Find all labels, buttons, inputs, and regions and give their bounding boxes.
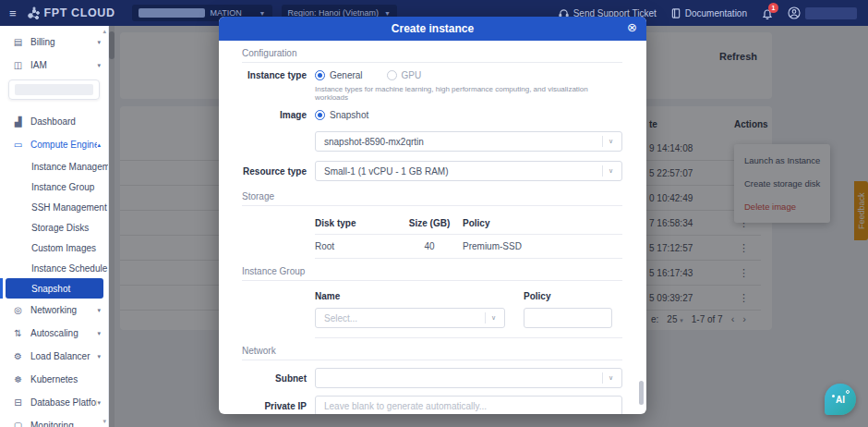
ai-assistant-button[interactable]: AI — [825, 384, 856, 415]
sidebar-item-ssh-management[interactable]: SSH Management — [0, 197, 108, 217]
kubernetes-icon: ☸ — [11, 374, 25, 384]
storage-table-header: Disk type Size (GB) Policy — [315, 214, 622, 235]
monitoring-icon: ▢ — [11, 421, 25, 427]
sidebar-scroll-up-icon[interactable]: ▴ — [102, 28, 106, 35]
sidebar-item-networking[interactable]: ◎ Networking ▾ — [0, 299, 108, 322]
redacted-user-name — [805, 7, 857, 19]
resource-type-select[interactable]: Small-1 (1 vCPU - 1 GB RAM) ∨ — [315, 161, 622, 181]
sparkle-icon — [846, 390, 850, 394]
chevron-down-icon: ▾ — [97, 39, 101, 46]
instance-type-row: Instance type General GPU — [242, 70, 622, 80]
hamburger-menu-icon[interactable]: ≡ — [9, 6, 17, 20]
radio-option-general[interactable]: General — [315, 70, 363, 80]
chevron-down-icon: ▾ — [97, 330, 101, 337]
database-icon: ⊟ — [11, 397, 25, 408]
sidebar-item-billing[interactable]: ▤ Billing ▾ — [0, 30, 108, 54]
sidebar-item-storage-disks[interactable]: Storage Disks — [0, 217, 108, 238]
radio-unselected-icon[interactable] — [387, 70, 397, 80]
radio-option-snapshot[interactable]: Snapshot — [315, 110, 368, 120]
configuration-section-label: Configuration — [242, 48, 622, 63]
sidebar-item-snapshot[interactable]: Snapshot — [6, 278, 103, 299]
storage-table: Disk type Size (GB) Policy Root 40 Premi… — [315, 214, 622, 259]
autoscaling-icon: ⇅ — [11, 328, 25, 338]
chevron-down-icon: ▼ — [384, 10, 391, 17]
chevron-down-icon: ▾ — [97, 307, 101, 314]
user-profile-button[interactable] — [788, 6, 857, 19]
instance-group-section-label: Instance Group — [242, 266, 622, 281]
billing-icon: ▤ — [11, 37, 25, 47]
subnet-row: Subnet ∨ — [242, 368, 622, 388]
private-ip-input[interactable] — [315, 396, 622, 414]
storage-section-label: Storage — [242, 191, 622, 206]
sidebar-scroll-down-icon[interactable]: ▾ — [102, 418, 106, 425]
modal-body: Configuration Instance type General GPU … — [219, 41, 646, 414]
brand-logo: FPT CLOUD — [27, 6, 115, 20]
sidebar-item-iam[interactable]: ◫ IAM ▾ — [0, 54, 108, 77]
storage-table-row: Root 40 Premium-SSD — [315, 235, 622, 259]
sidebar-item-autoscaling[interactable]: ⇅ Autoscaling ▾ — [0, 322, 108, 345]
sidebar-item-dashboard[interactable]: ▟ Dashboard — [0, 110, 108, 133]
sidebar-item-compute-engine[interactable]: ▭ Compute Engine ▴ — [0, 133, 108, 156]
chevron-down-icon: ∨ — [491, 314, 496, 322]
logo-text: FPT CLOUD — [44, 6, 115, 19]
compute-engine-icon: ▭ — [11, 140, 25, 150]
chevron-down-icon: ▾ — [97, 62, 101, 69]
instance-type-label: Instance type — [242, 70, 307, 80]
resource-type-label: Resource type — [242, 166, 307, 177]
fpt-molecule-icon — [27, 6, 41, 20]
network-section-label: Network — [242, 346, 622, 360]
modal-title: Create instance — [392, 22, 474, 35]
load-balancer-icon: ⚙ — [11, 351, 25, 361]
snapshot-select[interactable]: snapshot-8590-mx2qrtin ∨ — [315, 131, 622, 152]
disk-type-value: Root — [315, 241, 396, 251]
instance-group-block: Name Policy Select... ∨ — [315, 288, 622, 338]
sidebar-item-instance-management[interactable]: Instance Management — [0, 156, 108, 177]
instance-type-helper-text: Instance types for machine learning, hig… — [315, 85, 622, 102]
private-ip-row: Private IP — [242, 396, 622, 414]
disk-policy-value: Premium-SSD — [463, 241, 622, 251]
chevron-down-icon: ▾ — [97, 353, 101, 360]
iam-icon: ◫ — [11, 60, 25, 70]
chevron-down-icon: ▼ — [259, 10, 266, 17]
subnet-select[interactable]: ∨ — [315, 368, 622, 388]
radio-selected-icon[interactable] — [315, 110, 325, 120]
snapshot-select-row: snapshot-8590-mx2qrtin ∨ — [242, 131, 622, 152]
redacted-project-name — [139, 8, 205, 18]
sidebar-item-load-balancer[interactable]: ⚙ Load Balancer ▾ — [0, 345, 108, 368]
redacted-project-selector — [15, 84, 93, 95]
sparkle-icon — [832, 395, 835, 397]
networking-icon: ◎ — [11, 305, 25, 315]
sidebar-item-kubernetes[interactable]: ☸ Kubernetes — [0, 368, 108, 391]
user-avatar-icon — [788, 6, 801, 19]
sidebar-item-monitoring[interactable]: ▢ Monitoring — [0, 414, 108, 427]
instance-group-name-select[interactable]: Select... ∨ — [315, 308, 505, 328]
sidebar-item-instance-schedule[interactable]: Instance Schedule — [0, 258, 108, 278]
private-ip-label: Private IP — [242, 401, 307, 411]
chevron-up-icon: ▴ — [97, 141, 101, 149]
subnet-label: Subnet — [242, 373, 307, 384]
documentation-label: Documentation — [685, 8, 747, 18]
image-label: Image — [242, 110, 307, 120]
radio-option-gpu[interactable]: GPU — [387, 70, 422, 80]
instance-group-controls: Select... ∨ — [315, 308, 622, 338]
instance-group-headers: Name Policy — [315, 288, 622, 308]
close-icon[interactable]: ⊗ — [627, 21, 637, 33]
image-row: Image Snapshot — [242, 110, 622, 120]
sidebar-project-card[interactable] — [8, 79, 100, 100]
sidebar-nav: ▤ Billing ▾ ◫ IAM ▾ ▟ Dashboard ▭ Comput… — [0, 26, 109, 427]
resource-type-row: Resource type Small-1 (1 vCPU - 1 GB RAM… — [242, 161, 622, 181]
sidebar-item-database-platform[interactable]: ⊟ Database Platform ▾ — [0, 391, 108, 414]
create-instance-modal: Create instance ⊗ Configuration Instance… — [219, 17, 646, 414]
disk-size-value: 40 — [396, 241, 463, 251]
notification-badge: 1 — [768, 3, 778, 13]
dashboard-icon: ▟ — [11, 116, 25, 127]
documentation-button[interactable]: Documentation — [671, 8, 747, 18]
sidebar-item-instance-group[interactable]: Instance Group — [0, 177, 108, 197]
app-window: ≡ FPT CLOUD MATION ▼ Region: Hanoi (Viet… — [0, 0, 868, 427]
sidebar-item-custom-images[interactable]: Custom Images — [0, 238, 108, 258]
modal-scrollbar-thumb[interactable] — [639, 381, 644, 405]
notifications-button[interactable]: 1 — [762, 7, 773, 19]
instance-group-policy-input[interactable] — [524, 308, 612, 328]
radio-selected-icon[interactable] — [315, 70, 325, 80]
modal-header: Create instance ⊗ — [219, 17, 646, 41]
